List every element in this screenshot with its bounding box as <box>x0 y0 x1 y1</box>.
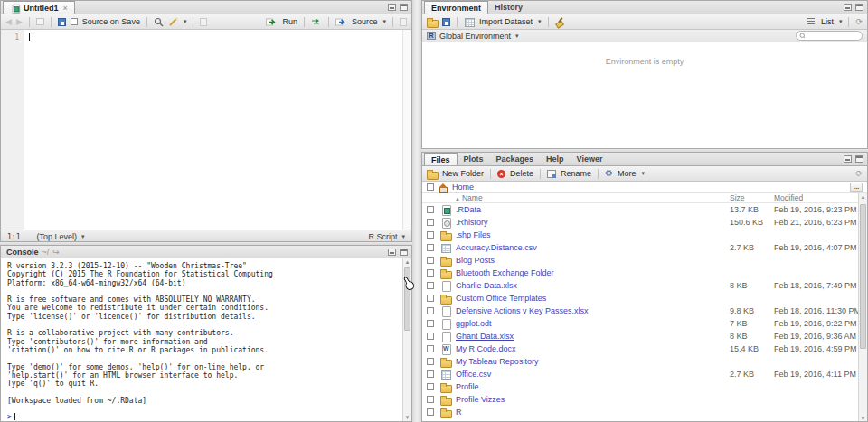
row-checkbox[interactable] <box>427 333 434 340</box>
table-row[interactable]: R <box>422 406 867 418</box>
row-checkbox[interactable] <box>427 244 434 251</box>
scroll-up-icon[interactable]: ▲ <box>403 258 411 267</box>
table-row[interactable]: Blog Posts <box>422 254 867 267</box>
file-name-link[interactable]: .Rhistory <box>456 218 488 227</box>
console-body[interactable]: R version 3.2.3 (2015-12-10) -- "Wooden … <box>1 258 411 422</box>
path-ellipsis-button[interactable]: ... <box>850 183 863 192</box>
minimize-pane-icon[interactable] <box>844 4 852 11</box>
more-caret-icon[interactable]: ▾ <box>642 170 646 177</box>
save-icon[interactable] <box>58 18 66 26</box>
source-caret-icon[interactable]: ▾ <box>382 18 386 25</box>
table-row[interactable]: .Rhistory 150.6 KB Feb 21, 2016, 6:23 PM <box>422 216 867 229</box>
select-all-checkbox[interactable] <box>427 183 434 191</box>
new-folder-button[interactable]: New Folder <box>442 169 484 178</box>
horizontal-splitter-right[interactable] <box>421 149 868 152</box>
table-row[interactable]: ggplot.odt 7 KB Feb 19, 2016, 9:22 PM <box>422 317 867 330</box>
run-icon[interactable] <box>266 18 278 26</box>
scope-caret-icon[interactable]: ▾ <box>515 33 519 40</box>
vertical-splitter[interactable] <box>412 0 421 422</box>
environment-scope-selector[interactable]: Global Environment <box>439 32 511 41</box>
scope-caret-icon[interactable]: ▾ <box>81 233 85 240</box>
row-checkbox[interactable] <box>427 345 434 352</box>
table-row[interactable]: Charlie Data.xlsx 8 KB Feb 18, 2016, 7:4… <box>422 279 867 292</box>
file-name-link[interactable]: .shp Files <box>456 230 491 239</box>
goto-directory-icon[interactable]: ↪ <box>52 248 60 257</box>
code-editor[interactable]: 1 <box>1 30 411 230</box>
source-button[interactable]: Source <box>352 17 378 26</box>
column-name[interactable]: Name <box>462 193 483 202</box>
scrollbar-thumb[interactable] <box>860 204 866 349</box>
file-name-link[interactable]: Accuracy.Distance.csv <box>456 243 537 252</box>
editor-scrollbar[interactable] <box>402 30 410 230</box>
row-checkbox[interactable] <box>427 370 434 378</box>
column-size[interactable]: Size <box>730 193 745 202</box>
scroll-up-icon[interactable]: ▲ <box>859 193 867 202</box>
forward-icon[interactable]: ▶ <box>16 17 23 26</box>
file-name-link[interactable]: Profile Vizzes <box>456 395 505 404</box>
compile-notebook-icon[interactable] <box>200 18 207 26</box>
import-dataset-icon[interactable] <box>464 17 475 26</box>
maximize-pane-icon[interactable] <box>855 155 863 163</box>
list-view-caret-icon[interactable]: ▾ <box>839 18 843 25</box>
row-checkbox[interactable] <box>427 383 434 390</box>
maximize-pane-icon[interactable] <box>400 249 408 256</box>
row-checkbox[interactable] <box>427 282 434 289</box>
table-row[interactable]: Ghant Data.xlsx 8 KB Feb 19, 2016, 9:36 … <box>422 330 867 342</box>
minimize-pane-icon[interactable] <box>844 155 852 163</box>
table-row[interactable]: Bluetooth Exchange Folder <box>422 267 867 279</box>
list-view-icon[interactable] <box>807 17 816 26</box>
delete-button[interactable]: Delete <box>510 169 533 178</box>
table-row[interactable]: R and R Studio <box>422 418 867 422</box>
filetype-caret-icon[interactable]: ▾ <box>401 233 405 240</box>
code-tools-icon[interactable] <box>168 17 178 27</box>
compile-report-icon[interactable] <box>400 18 407 26</box>
maximize-pane-icon[interactable] <box>400 4 408 11</box>
row-checkbox[interactable] <box>427 358 434 365</box>
row-checkbox[interactable] <box>427 269 434 277</box>
open-in-window-icon[interactable] <box>36 18 44 25</box>
scope-selector[interactable]: (Top Level) <box>36 232 77 241</box>
row-checkbox[interactable] <box>427 396 434 403</box>
load-workspace-icon[interactable] <box>427 17 438 26</box>
environment-search[interactable] <box>796 31 863 41</box>
more-gear-icon[interactable]: ⚙ <box>605 169 613 178</box>
rerun-icon[interactable] <box>311 18 322 26</box>
file-name-link[interactable]: My Tableau Repository <box>456 357 538 366</box>
row-checkbox[interactable] <box>427 307 434 314</box>
table-row[interactable]: My Tableau Repository <box>422 355 867 368</box>
minimize-pane-icon[interactable] <box>388 4 396 11</box>
minimize-pane-icon[interactable] <box>388 249 396 256</box>
tab-files[interactable]: Files <box>424 153 458 165</box>
environment-search-input[interactable] <box>807 32 859 40</box>
table-row[interactable]: Accuracy.Distance.csv 2.7 KB Feb 19, 201… <box>422 241 867 254</box>
console-prompt[interactable]: > <box>7 413 15 421</box>
source-icon[interactable] <box>335 18 347 26</box>
run-button[interactable]: Run <box>282 17 297 26</box>
file-name-link[interactable]: Bluetooth Exchange Folder <box>456 268 554 277</box>
table-row[interactable]: .RData 13.7 KB Feb 19, 2016, 9:23 PM <box>422 203 867 216</box>
back-icon[interactable]: ◀ <box>5 17 12 26</box>
column-modified[interactable]: Modified <box>774 193 803 202</box>
import-dataset-button[interactable]: Import Dataset <box>479 17 533 26</box>
file-name-link[interactable]: .RData <box>456 205 481 214</box>
table-row[interactable]: Profile Vizzes <box>422 393 867 406</box>
close-tab-icon[interactable]: × <box>63 4 68 13</box>
file-name-link[interactable]: ggplot.odt <box>456 319 492 328</box>
source-on-save-checkbox[interactable] <box>71 18 78 25</box>
rename-icon[interactable] <box>547 170 556 178</box>
file-name-link[interactable]: Office.csv <box>456 370 491 379</box>
rename-button[interactable]: Rename <box>561 169 591 178</box>
tab-plots[interactable]: Plots <box>458 153 490 165</box>
row-checkbox[interactable] <box>427 206 434 213</box>
tab-help[interactable]: Help <box>540 153 571 165</box>
files-scrollbar[interactable]: ▲ ▼ <box>858 193 867 422</box>
table-row[interactable]: Defensive Actions v Key Passes.xlsx 9.8 … <box>422 305 867 317</box>
breadcrumb-home[interactable]: Home <box>452 183 474 192</box>
row-checkbox[interactable] <box>427 320 434 327</box>
file-name-link[interactable]: R <box>456 408 462 417</box>
tab-untitled1[interactable]: Untitled1 × <box>3 1 75 14</box>
scroll-down-icon[interactable]: ▼ <box>403 414 411 422</box>
new-folder-icon[interactable] <box>427 169 438 178</box>
table-row[interactable]: Profile <box>422 380 867 393</box>
tab-packages[interactable]: Packages <box>490 153 541 165</box>
